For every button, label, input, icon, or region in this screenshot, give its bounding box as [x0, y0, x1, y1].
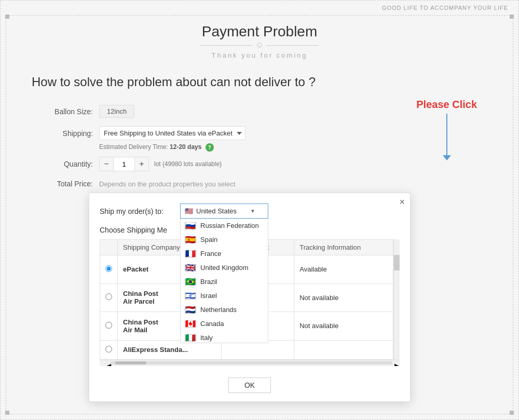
balloon-size-value: 12inch — [99, 105, 134, 118]
spain-label: Spain — [200, 236, 217, 243]
france-flag: 🇫🇷 — [185, 250, 196, 258]
uk-flag: 🇬🇧 — [185, 264, 196, 272]
us-flag: 🇺🇸 — [185, 207, 193, 215]
delivery-label: Estimated Delivery Time: — [99, 143, 168, 151]
brazil-label: Brazil — [200, 278, 217, 286]
quantity-increase-button[interactable]: + — [134, 157, 149, 171]
air-parcel-radio-cell — [100, 283, 118, 312]
ship-to-row: Ship my order(s) to: 🇺🇸 United States ▼ … — [100, 204, 400, 219]
total-price-value: Depends on the product properties you se… — [99, 180, 235, 188]
uk-label: United Kingdom — [200, 264, 249, 272]
chevron-down-icon: ▼ — [250, 208, 255, 214]
epacket-radio-cell — [100, 255, 118, 284]
scroll-right-arrow: ▶ — [394, 361, 398, 364]
shipping-modal: × Ship my order(s) to: 🇺🇸 United States … — [89, 193, 411, 402]
header-decoration — [32, 43, 487, 47]
th-select — [100, 240, 118, 255]
please-click-annotation: Please Click — [416, 99, 477, 160]
israel-flag: 🇮🇱 — [185, 292, 196, 300]
aliexpress-tracking — [294, 340, 393, 359]
canada-label: Canada — [200, 320, 224, 328]
russia-flag: 🇷🇺 — [185, 222, 196, 229]
vertical-scrollbar[interactable] — [393, 239, 400, 360]
country-select-display[interactable]: 🇺🇸 United States ▼ — [180, 204, 268, 219]
italy-label: Italy — [200, 334, 213, 342]
arrow-line — [446, 114, 447, 155]
shipping-label: Shipping: — [42, 129, 99, 138]
question-title: How to solve the problem about can not d… — [32, 75, 487, 89]
canada-flag: 🇨🇦 — [185, 320, 196, 328]
country-option-france[interactable]: 🇫🇷 France — [181, 247, 268, 261]
total-price-label: Total Price: — [42, 180, 99, 188]
modal-close-button[interactable]: × — [399, 197, 405, 207]
air-mail-tracking: Not available — [294, 312, 393, 341]
modal-footer: OK — [89, 371, 410, 401]
scroll-left-arrow: ◀ — [105, 361, 108, 364]
brazil-flag: 🇧🇷 — [185, 278, 196, 286]
air-parcel-radio[interactable] — [105, 293, 112, 300]
country-option-italy[interactable]: 🇮🇹 Italy — [181, 331, 268, 343]
corner-bl — [5, 411, 9, 415]
arrow-down — [443, 114, 451, 160]
ship-to-label: Ship my order(s) to: — [100, 207, 180, 215]
italy-flag: 🇮🇹 — [185, 334, 196, 342]
air-mail-radio[interactable] — [105, 322, 112, 329]
please-click-text: Please Click — [416, 99, 477, 111]
quantity-available: lot (49980 lots available) — [154, 160, 222, 168]
quantity-label: Quantity: — [42, 160, 99, 168]
epacket-radio[interactable] — [105, 265, 112, 272]
netherlands-flag: 🇳🇱 — [185, 306, 196, 314]
selected-country-text: United States — [196, 207, 237, 215]
quantity-input[interactable] — [114, 157, 134, 171]
info-icon[interactable]: ? — [206, 143, 214, 152]
country-option-brazil[interactable]: 🇧🇷 Brazil — [181, 275, 268, 289]
country-select-wrapper: 🇺🇸 United States ▼ 🇷🇺 Russian Federation… — [180, 204, 400, 219]
total-price-row: Total Price: Depends on the product prop… — [42, 180, 487, 188]
scroll-track — [110, 361, 392, 364]
israel-label: Israel — [200, 292, 217, 300]
shipping-select[interactable]: Free Shipping to United States via ePack… — [99, 126, 245, 140]
epacket-tracking: Available — [294, 255, 393, 284]
page-title: Payment Problem — [32, 23, 487, 40]
scroll-thumb-h — [115, 361, 146, 364]
th-tracking: Tracking Information — [294, 240, 393, 255]
country-option-spain[interactable]: 🇪🇸 Spain — [181, 233, 268, 247]
modal-body: Ship my order(s) to: 🇺🇸 United States ▼ … — [89, 193, 410, 371]
spain-flag: 🇪🇸 — [185, 236, 196, 243]
arrow-head — [443, 155, 451, 160]
russia-label: Russian Federation — [200, 222, 259, 229]
page-subtitle: Thank you for coming — [32, 51, 487, 59]
aliexpress-radio-cell — [100, 340, 118, 359]
air-mail-radio-cell — [100, 312, 118, 341]
page-header: Payment Problem Thank you for coming — [32, 23, 487, 59]
country-dropdown[interactable]: 🇷🇺 Russian Federation 🇪🇸 Spain 🇫🇷 France — [180, 219, 268, 343]
quantity-control: − + lot (49980 lots available) — [99, 157, 222, 171]
country-option-netherlands[interactable]: 🇳🇱 Netherlands — [181, 303, 268, 317]
aliexpress-radio[interactable] — [105, 346, 112, 353]
vertical-scroll-thumb — [394, 255, 400, 270]
balloon-size-label: Ballon Size: — [42, 107, 99, 116]
tagline: GOOD LIFE TO ACCOMPANY YOUR LIFE — [1, 1, 518, 13]
france-label: France — [200, 250, 221, 258]
corner-br — [510, 411, 514, 415]
scroll-spacer — [102, 361, 103, 364]
shipping-select-wrapper: Free Shipping to United States via ePack… — [99, 126, 245, 140]
ok-button[interactable]: OK — [228, 377, 271, 393]
netherlands-label: Netherlands — [200, 306, 237, 314]
country-option-canada[interactable]: 🇨🇦 Canada — [181, 317, 268, 331]
horizontal-scrollbar[interactable]: ◀ ▶ — [100, 360, 400, 366]
country-option-russia[interactable]: 🇷🇺 Russian Federation — [181, 219, 268, 233]
quantity-decrease-button[interactable]: − — [99, 157, 114, 171]
country-option-israel[interactable]: 🇮🇱 Israel — [181, 289, 268, 303]
country-option-uk[interactable]: 🇬🇧 United Kingdom — [181, 261, 268, 275]
air-parcel-tracking: Not available — [294, 283, 393, 312]
delivery-days: 12-20 days — [170, 143, 201, 151]
